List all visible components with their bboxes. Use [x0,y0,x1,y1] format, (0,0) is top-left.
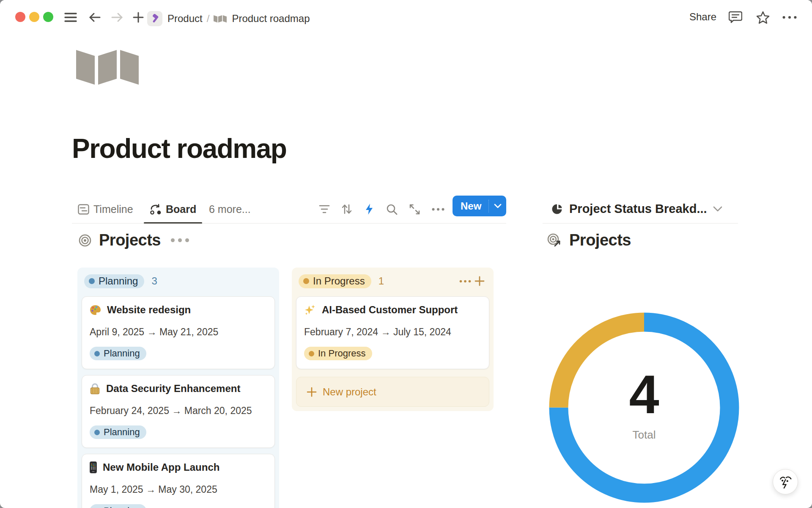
hammer-icon [150,14,159,23]
chart-header-dropdown[interactable]: Project Status Breakd... [543,195,738,224]
section-options-button[interactable] [171,238,189,242]
card-dates: April 9, 2025 → May 21, 2025 [90,326,267,338]
ai-face-icon [778,474,793,489]
breadcrumb-workspace[interactable]: Product [167,13,203,25]
workspace-icon-button[interactable] [147,11,162,26]
card-dates: May 1, 2025 → May 30, 2025 [90,484,267,495]
sparkles-icon [304,304,316,316]
tab-board[interactable]: Board [150,200,196,218]
column-add-card-button[interactable] [472,274,487,288]
tab-label: Timeline [93,203,133,215]
tab-more-views[interactable]: 6 more... [209,200,251,218]
page-icon-button[interactable] [76,47,139,85]
page-title: Product roadmap [72,133,286,164]
map-icon [76,47,139,85]
breadcrumb-page[interactable]: Product roadmap [232,13,310,25]
close-window-button[interactable] [15,12,25,22]
expand-icon [409,204,420,215]
status-dot [89,278,95,284]
status-dot [303,278,309,284]
phone-icon [90,461,97,473]
more-options-button[interactable] [782,10,797,25]
tab-timeline[interactable]: Timeline [78,200,133,218]
card-ai-customer-support[interactable]: AI-Based Customer Support February 7, 20… [296,296,489,369]
chevron-down-icon [713,206,722,212]
automations-button[interactable] [361,201,378,218]
new-button-group: New [453,196,506,216]
favorite-button[interactable] [756,10,770,25]
tab-label: Board [166,203,196,215]
plus-icon [475,276,485,286]
card-status-pill: Planning [90,347,146,360]
breadcrumb-separator: / [207,13,210,25]
status-label: In Progress [313,275,365,287]
donut-total-value: 4 [549,367,739,422]
back-button[interactable] [88,10,102,25]
status-pill-in-progress[interactable]: In Progress [299,274,371,288]
section-title: Projects [569,231,631,249]
card-status-pill: Planning [90,425,146,439]
expand-view-button[interactable] [406,201,423,218]
chart-section-header: Projects [547,231,631,249]
plus-icon [307,387,317,397]
map-icon [214,13,227,24]
view-bar: Timeline Board 6 more... [72,195,506,224]
card-title: AI-Based Customer Support [322,304,458,316]
filter-icon [319,204,330,214]
view-options-button[interactable] [430,201,447,218]
new-project-button[interactable]: New project [296,377,489,407]
minimize-window-button[interactable] [29,12,39,22]
search-button[interactable] [383,201,400,218]
donut-total-label: Total [549,428,739,442]
zoom-window-button[interactable] [43,12,53,22]
status-breakdown-donut-chart: 4 Total [549,312,739,503]
card-status-pill: In Progress [304,347,372,360]
sort-icon [341,204,352,215]
target-arrow-icon [547,233,562,248]
chart-header-title: Project Status Breakd... [569,202,707,216]
app-window: Product / Product roadmap Share [0,0,812,508]
card-title: New Mobile App Launch [103,461,219,473]
board-icon [150,204,162,215]
comments-button[interactable] [728,10,743,25]
ellipsis-icon [432,208,444,211]
section-title: Projects [99,231,161,249]
column-header: In Progress 1 [296,272,489,290]
board-section-header: Projects [79,231,189,249]
lock-icon [90,383,100,395]
new-button[interactable]: New [453,200,481,212]
palette-icon [90,305,101,315]
notion-ai-button[interactable] [773,469,798,494]
sidebar-menu-button[interactable] [63,10,78,25]
card-data-security[interactable]: Data Security Enhancement February 24, 2… [82,375,275,448]
filter-button[interactable] [316,201,333,218]
chevron-down-icon [494,204,502,208]
star-icon [756,11,770,24]
titlebar: Product / Product roadmap Share [0,0,812,35]
card-title: Website redesign [107,304,191,316]
tab-label: 6 more... [209,203,251,215]
new-tab-button[interactable] [131,10,145,25]
sort-button[interactable] [338,201,355,218]
timeline-icon [78,204,89,215]
board-column-planning: Planning 3 Website redesign April 9, 202… [77,268,279,508]
hamburger-icon [64,12,77,22]
comment-icon [729,11,742,24]
column-count: 1 [379,275,384,287]
ellipsis-icon [782,16,797,19]
forward-button[interactable] [110,10,124,25]
card-status-pill: Planning [90,504,146,508]
card-website-redesign[interactable]: Website redesign April 9, 2025 → May 21,… [82,296,275,369]
breadcrumb: Product / Product roadmap [147,11,310,26]
column-options-button[interactable] [458,274,472,288]
pie-chart-icon [552,203,563,215]
card-dates: February 7, 2024 → July 15, 2024 [304,326,481,338]
arrow-left-icon [89,12,101,22]
status-label: Planning [99,275,138,287]
status-pill-planning[interactable]: Planning [84,274,144,288]
active-tab-underline [144,222,202,224]
new-button-dropdown[interactable] [489,204,506,208]
card-mobile-app[interactable]: New Mobile App Launch May 1, 2025 → May … [82,454,275,508]
card-dates: February 24, 2025 → March 20, 2025 [90,405,267,417]
share-button[interactable]: Share [689,11,716,23]
